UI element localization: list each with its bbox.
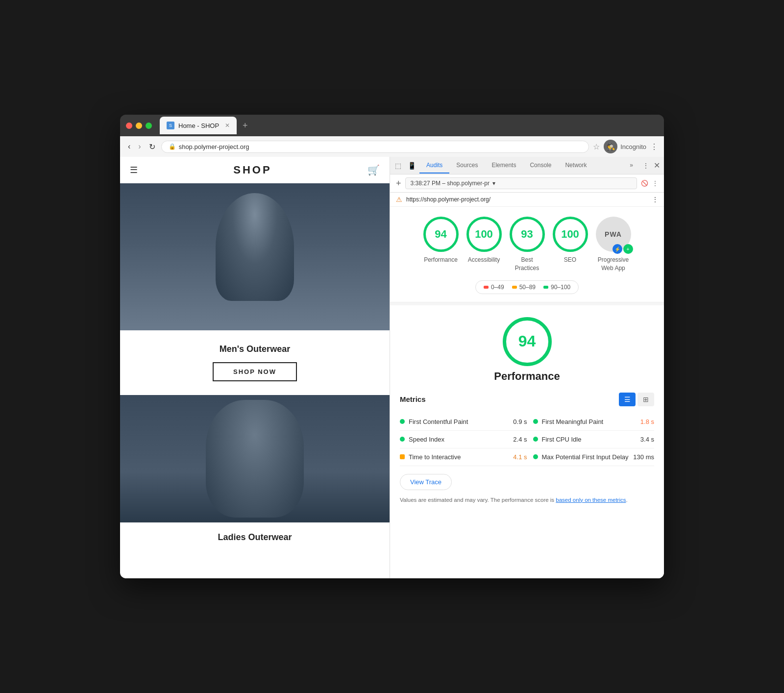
- performance-label: Performance: [424, 256, 458, 264]
- legend-fail-dot: [484, 286, 489, 289]
- add-audit-button[interactable]: +: [396, 178, 401, 189]
- metrics-view-buttons: ☰ ⊞: [619, 393, 654, 406]
- footer-text-start: Values are estimated and may vary. The p…: [400, 497, 556, 503]
- pwa-badge: PWA ⚡ +: [596, 217, 631, 252]
- tab-close-button[interactable]: ✕: [225, 122, 230, 129]
- score-legend: 0–49 50–89 90–100: [475, 280, 579, 294]
- maximize-window-button[interactable]: [146, 123, 152, 129]
- bookmark-button[interactable]: ☆: [593, 142, 600, 151]
- score-item-seo: 100 SEO: [553, 217, 588, 272]
- cart-icon[interactable]: 🛒: [368, 164, 380, 176]
- inspect-element-icon[interactable]: ⬚: [392, 160, 404, 172]
- metric-speed-index: Speed Index 2.4 s: [400, 431, 527, 448]
- device-toolbar-icon[interactable]: 📱: [406, 160, 417, 172]
- devtools-dropdown-icon[interactable]: ▾: [492, 180, 495, 187]
- tab-console[interactable]: Console: [523, 158, 558, 173]
- footer-link[interactable]: based only on these metrics: [556, 497, 626, 503]
- devtools-toolbar-icons: ⬚ 📱: [392, 160, 417, 172]
- url-text: shop.polymer-project.org: [179, 143, 249, 150]
- reload-button[interactable]: ↻: [147, 141, 157, 152]
- metric-dot-fid: [533, 454, 538, 459]
- metric-dot-fcp: [400, 419, 405, 424]
- metrics-grid: First Contentful Paint 0.9 s First Meani…: [400, 413, 654, 466]
- main-content: ☰ SHOP 🛒 Men's Outerwear SHOP NOW Ladies…: [120, 157, 664, 578]
- audit-url-options[interactable]: ⋮: [652, 196, 658, 203]
- metric-name-fcp: First Contentful Paint: [409, 418, 509, 425]
- devtools-settings-icon[interactable]: ⋮: [640, 160, 652, 172]
- performance-detail-section: 94 Performance Metrics ☰ ⊞ First Content…: [390, 305, 664, 578]
- score-item-accessibility: 100 Accessibility: [466, 217, 502, 272]
- devtools-toolbar: + 3:38:27 PM – shop.polymer-pr ▾ 🚫 ⋮: [390, 174, 664, 193]
- tab-sources[interactable]: Sources: [449, 158, 485, 173]
- best-practices-label: BestPractices: [515, 256, 539, 272]
- metric-dot-tti: [400, 454, 405, 459]
- legend-fail: 0–49: [484, 284, 504, 291]
- browser-menu-button[interactable]: ⋮: [650, 142, 658, 151]
- best-practices-circle: 93: [510, 217, 545, 252]
- metric-first-meaningful-paint: First Meaningful Paint 1.8 s: [527, 413, 655, 431]
- more-tabs-button[interactable]: »: [623, 158, 640, 173]
- metrics-label: Metrics: [400, 395, 426, 403]
- pwa-lightning-icon: ⚡: [612, 244, 622, 254]
- browser-window: S Home - SHOP ✕ + ‹ › ↻ 🔒 shop.polymer-p…: [120, 115, 664, 578]
- metric-name-fid: Max Potential First Input Delay: [542, 453, 630, 461]
- perf-score-area: 94 Performance: [400, 317, 654, 383]
- metric-name-fci: First CPU Idle: [542, 436, 637, 443]
- mens-category-title: Men's Outerwear: [130, 344, 380, 354]
- second-hero-image: [120, 395, 390, 522]
- view-trace-button[interactable]: View Trace: [400, 474, 452, 490]
- performance-footer: Values are estimated and may vary. The p…: [400, 496, 654, 504]
- active-tab[interactable]: S Home - SHOP ✕: [160, 117, 237, 134]
- tab-elements[interactable]: Elements: [485, 158, 523, 173]
- legend-pass-label: 90–100: [551, 284, 570, 291]
- grid-view-button[interactable]: ⊞: [637, 393, 654, 406]
- pwa-icons: ⚡ +: [612, 244, 633, 254]
- tab-title: Home - SHOP: [178, 122, 219, 129]
- forward-button[interactable]: ›: [136, 141, 143, 152]
- shop-now-button[interactable]: SHOP NOW: [213, 362, 297, 381]
- back-button[interactable]: ‹: [126, 141, 132, 152]
- ladies-category-section: Ladies Outerwear: [120, 522, 390, 560]
- title-bar: S Home - SHOP ✕ +: [120, 115, 664, 136]
- shop-header: ☰ SHOP 🛒: [120, 157, 390, 183]
- devtools-close-button[interactable]: ✕: [652, 161, 662, 170]
- metric-value-si: 2.4 s: [513, 436, 527, 443]
- traffic-lights: [126, 123, 152, 129]
- audit-warning-icon: ⚠: [396, 196, 402, 203]
- url-bar[interactable]: 🔒 shop.polymer-project.org: [161, 141, 589, 153]
- metric-max-potential-fid: Max Potential First Input Delay 130 ms: [527, 448, 655, 466]
- hero-figure: [120, 183, 390, 330]
- devtools-block-icon[interactable]: 🚫: [641, 180, 648, 187]
- list-view-button[interactable]: ☰: [619, 393, 636, 406]
- metric-dot-si: [400, 437, 405, 442]
- devtools-tab-bar: ⬚ 📱 Audits Sources Elements Console Netw…: [390, 157, 664, 174]
- metric-dot-fci: [533, 437, 538, 442]
- tab-network[interactable]: Network: [558, 158, 593, 173]
- score-item-best-practices: 93 BestPractices: [510, 217, 545, 272]
- footer-text-end: .: [626, 497, 628, 503]
- legend-fail-label: 0–49: [491, 284, 504, 291]
- metric-value-fid: 130 ms: [633, 453, 654, 461]
- metric-name-tti: Time to Interactive: [409, 453, 509, 461]
- close-window-button[interactable]: [126, 123, 132, 129]
- lock-icon: 🔒: [169, 143, 176, 150]
- website-preview: ☰ SHOP 🛒 Men's Outerwear SHOP NOW Ladies…: [120, 157, 390, 578]
- tab-favicon: S: [167, 122, 174, 129]
- minimize-window-button[interactable]: [136, 123, 142, 129]
- shop-logo: SHOP: [233, 164, 271, 176]
- metric-first-cpu-idle: First CPU Idle 3.4 s: [527, 431, 655, 448]
- metric-value-fcp: 0.9 s: [513, 418, 527, 425]
- mens-category-section: Men's Outerwear SHOP NOW: [120, 330, 390, 395]
- tab-audits[interactable]: Audits: [419, 158, 449, 173]
- legend-average: 50–89: [512, 284, 536, 291]
- metric-name-fmp: First Meaningful Paint: [542, 418, 637, 425]
- legend-pass-dot: [543, 286, 548, 289]
- metric-value-fci: 3.4 s: [640, 436, 654, 443]
- audit-url: https://shop.polymer-project.org/: [406, 196, 490, 203]
- hero-image: [120, 183, 390, 330]
- legend-average-dot: [512, 286, 517, 289]
- tab-bar: S Home - SHOP ✕ +: [160, 117, 658, 134]
- devtools-options-button[interactable]: ⋮: [652, 180, 658, 187]
- hamburger-menu-icon[interactable]: ☰: [130, 165, 138, 175]
- new-tab-button[interactable]: +: [239, 121, 252, 131]
